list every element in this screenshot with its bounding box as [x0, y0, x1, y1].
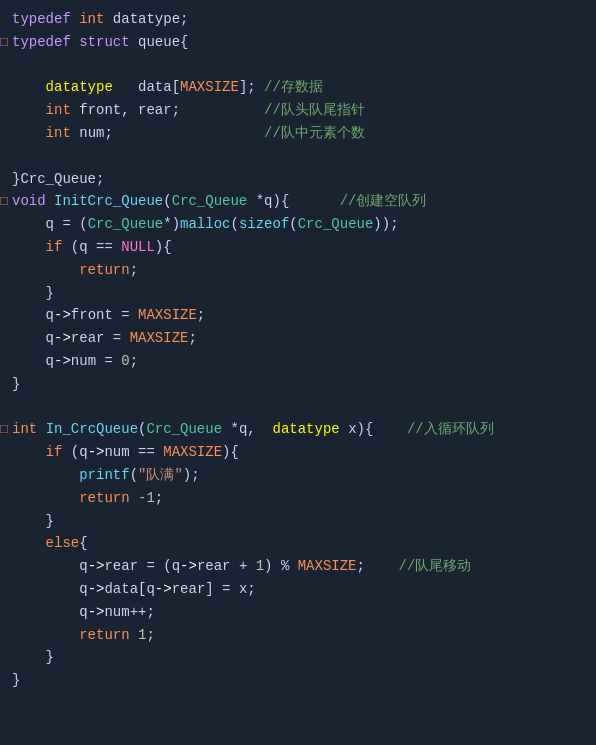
line-marker-23	[0, 512, 10, 533]
line-content-28: return 1;	[12, 624, 588, 646]
line-content-18	[12, 396, 588, 418]
code-line-21: printf("队满");	[0, 464, 596, 487]
line-marker-12	[0, 261, 10, 282]
line-marker-25	[0, 557, 10, 578]
line-marker-9: □	[0, 192, 10, 213]
line-marker-4	[0, 78, 10, 99]
line-content-27: q->num++;	[12, 601, 588, 623]
line-content-20: if (q->num == MAXSIZE){	[12, 441, 588, 463]
code-line-22: return -1;	[0, 487, 596, 510]
line-marker-24	[0, 534, 10, 555]
line-content-7	[12, 145, 588, 167]
code-line-28: return 1;	[0, 624, 596, 647]
code-line-29: }	[0, 646, 596, 669]
line-content-19: int In_CrcQueue(Crc_Queue *q, datatype x…	[12, 418, 588, 440]
code-line-30: }	[0, 669, 596, 692]
code-line-7	[0, 145, 596, 168]
line-content-3	[12, 54, 588, 76]
line-marker-27	[0, 603, 10, 624]
code-line-11: if (q == NULL){	[0, 236, 596, 259]
code-line-27: q->num++;	[0, 601, 596, 624]
line-content-8: }Crc_Queue;	[12, 168, 588, 190]
line-marker-15	[0, 329, 10, 350]
line-marker-8	[0, 170, 10, 191]
line-content-11: if (q == NULL){	[12, 236, 588, 258]
code-line-16: q->num = 0;	[0, 350, 596, 373]
code-line-9: □ void InitCrc_Queue(Crc_Queue *q){ //创建…	[0, 190, 596, 213]
line-content-23: }	[12, 510, 588, 532]
code-line-25: q->rear = (q->rear + 1) % MAXSIZE; //队尾移…	[0, 555, 596, 578]
line-marker-30	[0, 671, 10, 692]
line-content-14: q->front = MAXSIZE;	[12, 304, 588, 326]
line-marker-17	[0, 375, 10, 396]
code-line-8: }Crc_Queue;	[0, 168, 596, 191]
line-marker-3	[0, 56, 10, 77]
code-line-4: datatype data[MAXSIZE]; //存数据	[0, 76, 596, 99]
line-content-29: }	[12, 646, 588, 668]
line-marker-29	[0, 648, 10, 669]
line-content-6: int num; //队中元素个数	[12, 122, 588, 144]
code-line-14: q->front = MAXSIZE;	[0, 304, 596, 327]
line-content-25: q->rear = (q->rear + 1) % MAXSIZE; //队尾移…	[12, 555, 588, 577]
code-line-2: □ typedef struct queue{	[0, 31, 596, 54]
line-marker-18	[0, 398, 10, 419]
code-line-20: if (q->num == MAXSIZE){	[0, 441, 596, 464]
line-marker-10	[0, 215, 10, 236]
line-marker-7	[0, 147, 10, 168]
line-marker-20	[0, 443, 10, 464]
line-marker-13	[0, 284, 10, 305]
line-marker-1	[0, 10, 10, 31]
line-content-21: printf("队满");	[12, 464, 588, 486]
code-line-3	[0, 54, 596, 77]
line-content-12: return;	[12, 259, 588, 281]
line-marker-2: □	[0, 33, 10, 54]
line-content-17: }	[12, 373, 588, 395]
code-line-10: q = (Crc_Queue*)malloc(sizeof(Crc_Queue)…	[0, 213, 596, 236]
line-content-5: int front, rear; //队头队尾指针	[12, 99, 588, 121]
line-marker-5	[0, 101, 10, 122]
code-line-24: else{	[0, 532, 596, 555]
code-line-23: }	[0, 510, 596, 533]
code-line-12: return;	[0, 259, 596, 282]
line-marker-6	[0, 124, 10, 145]
line-marker-22	[0, 489, 10, 510]
line-content-10: q = (Crc_Queue*)malloc(sizeof(Crc_Queue)…	[12, 213, 588, 235]
code-line-18	[0, 396, 596, 419]
line-content-26: q->data[q->rear] = x;	[12, 578, 588, 600]
line-marker-14	[0, 306, 10, 327]
line-marker-21	[0, 466, 10, 487]
code-line-17: }	[0, 373, 596, 396]
line-marker-16	[0, 352, 10, 373]
line-marker-11	[0, 238, 10, 259]
code-line-6: int num; //队中元素个数	[0, 122, 596, 145]
line-content-2: typedef struct queue{	[12, 31, 588, 53]
code-line-19: □ int In_CrcQueue(Crc_Queue *q, datatype…	[0, 418, 596, 441]
line-content-15: q->rear = MAXSIZE;	[12, 327, 588, 349]
code-line-15: q->rear = MAXSIZE;	[0, 327, 596, 350]
line-content-4: datatype data[MAXSIZE]; //存数据	[12, 76, 588, 98]
line-content-13: }	[12, 282, 588, 304]
line-content-16: q->num = 0;	[12, 350, 588, 372]
code-line-5: int front, rear; //队头队尾指针	[0, 99, 596, 122]
line-marker-28	[0, 626, 10, 647]
code-line-1: typedef int datatype;	[0, 8, 596, 31]
line-content-24: else{	[12, 532, 588, 554]
line-content-9: void InitCrc_Queue(Crc_Queue *q){ //创建空队…	[12, 190, 588, 212]
code-line-13: }	[0, 282, 596, 305]
line-content-30: }	[12, 669, 588, 691]
line-marker-19: □	[0, 420, 10, 441]
line-content-22: return -1;	[12, 487, 588, 509]
line-marker-26	[0, 580, 10, 601]
code-line-26: q->data[q->rear] = x;	[0, 578, 596, 601]
line-content-1: typedef int datatype;	[12, 8, 588, 30]
code-container: typedef int datatype; □ typedef struct q…	[0, 0, 596, 745]
